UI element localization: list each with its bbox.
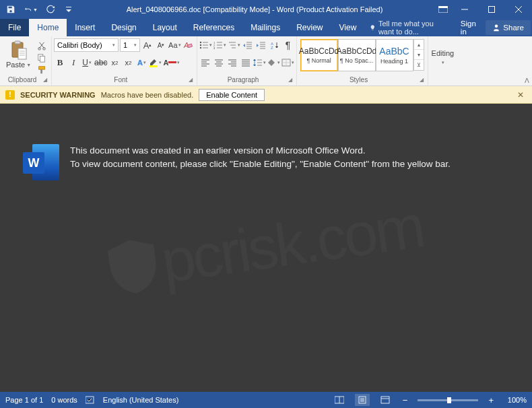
tab-insert[interactable]: Insert bbox=[67, 19, 103, 36]
tab-layout[interactable]: Layout bbox=[145, 19, 185, 36]
zoom-level[interactable]: 100% bbox=[504, 396, 527, 404]
status-words[interactable]: 0 words bbox=[51, 396, 77, 404]
font-size-select[interactable]: 1▾ bbox=[120, 38, 140, 52]
clear-formatting-button[interactable]: A bbox=[182, 38, 195, 52]
increase-indent-button[interactable] bbox=[255, 38, 267, 52]
web-layout-icon bbox=[380, 396, 390, 404]
redo-button[interactable] bbox=[44, 3, 58, 16]
tab-review[interactable]: Review bbox=[288, 19, 331, 36]
superscript-button[interactable]: x2 bbox=[122, 56, 134, 69]
highlight-button[interactable]: ▾ bbox=[149, 56, 162, 69]
font-dialog-launcher[interactable]: ◢ bbox=[189, 77, 194, 83]
numbering-button[interactable]: 123▾ bbox=[213, 38, 226, 52]
share-icon bbox=[492, 24, 500, 32]
tab-references[interactable]: References bbox=[185, 19, 242, 36]
editing-button[interactable]: Editing▾ bbox=[432, 49, 455, 65]
zoom-out-button[interactable]: − bbox=[401, 395, 410, 405]
style-normal[interactable]: AaBbCcDd¶ Normal bbox=[300, 39, 338, 71]
shrink-font-button[interactable]: A▾ bbox=[155, 38, 167, 52]
cut-icon bbox=[37, 41, 46, 50]
copy-button[interactable] bbox=[36, 53, 48, 63]
font-name-select[interactable]: Calibri (Body)▾ bbox=[54, 38, 119, 52]
security-message: Macros have been disabled. bbox=[101, 91, 194, 99]
align-right-button[interactable] bbox=[226, 56, 238, 69]
document-area[interactable]: pcrisk.com W This document was created i… bbox=[0, 104, 532, 392]
svg-text:Z: Z bbox=[271, 46, 273, 49]
style-heading-1[interactable]: AaBbCHeading 1 bbox=[376, 39, 413, 71]
view-web-layout-button[interactable] bbox=[378, 394, 393, 406]
tell-me-input[interactable]: Tell me what you want to do... bbox=[364, 19, 454, 36]
italic-button[interactable]: I bbox=[67, 56, 79, 69]
align-center-button[interactable] bbox=[213, 56, 225, 69]
close-button[interactable] bbox=[505, 0, 532, 19]
bold-button[interactable]: B bbox=[54, 56, 66, 69]
svg-rect-2 bbox=[489, 7, 495, 13]
svg-rect-4 bbox=[15, 41, 20, 44]
format-painter-icon bbox=[37, 65, 46, 75]
styles-scroll-down[interactable]: ▾ bbox=[414, 50, 424, 60]
cut-button[interactable] bbox=[36, 40, 48, 51]
ribbon: Paste▼ Clipboard◢ Calibri (Body)▾ 1▾ A▴ … bbox=[0, 36, 532, 86]
enable-content-button[interactable]: Enable Content bbox=[199, 89, 265, 101]
ribbon-group-styles: AaBbCcDd¶ Normal AaBbCcDd¶ No Spac... Aa… bbox=[297, 36, 428, 86]
tab-mailings[interactable]: Mailings bbox=[242, 19, 288, 36]
line-spacing-icon bbox=[253, 59, 263, 67]
tab-view[interactable]: View bbox=[331, 19, 365, 36]
style-no-spacing[interactable]: AaBbCcDd¶ No Spac... bbox=[338, 39, 376, 71]
styles-dialog-launcher[interactable]: ◢ bbox=[420, 77, 425, 83]
zoom-slider[interactable] bbox=[418, 399, 478, 401]
styles-scroll-up[interactable]: ▴ bbox=[414, 40, 424, 50]
sort-button[interactable]: AZ bbox=[269, 38, 281, 52]
zoom-in-button[interactable]: + bbox=[486, 395, 496, 405]
ribbon-display-options-button[interactable] bbox=[435, 0, 451, 19]
format-painter-button[interactable] bbox=[36, 65, 48, 75]
shading-button[interactable]: ▾ bbox=[267, 56, 280, 69]
security-close-button[interactable]: ✕ bbox=[514, 90, 527, 100]
sign-in-button[interactable]: Sign in bbox=[454, 19, 484, 36]
align-left-icon bbox=[201, 59, 210, 67]
ribbon-group-font: Calibri (Body)▾ 1▾ A▴ A▾ Aa▾ A B I U▾ ab… bbox=[52, 36, 197, 86]
maximize-button[interactable] bbox=[478, 0, 505, 19]
tab-file[interactable]: File bbox=[0, 19, 29, 36]
minimize-button[interactable] bbox=[451, 0, 478, 19]
align-left-button[interactable] bbox=[199, 56, 211, 69]
status-spellcheck[interactable] bbox=[86, 396, 95, 404]
share-button[interactable]: Share bbox=[486, 20, 531, 35]
line-spacing-button[interactable]: ▾ bbox=[253, 56, 266, 69]
ribbon-tabs: File Home Insert Design Layout Reference… bbox=[0, 19, 532, 36]
clipboard-dialog-launcher[interactable]: ◢ bbox=[43, 77, 48, 83]
justify-button[interactable] bbox=[240, 56, 252, 69]
group-label-paragraph: Paragraph bbox=[200, 76, 287, 83]
view-read-mode-button[interactable] bbox=[332, 394, 347, 406]
status-language[interactable]: English (United States) bbox=[103, 396, 179, 404]
bullets-icon bbox=[199, 41, 209, 49]
qat-customize-button[interactable] bbox=[65, 3, 73, 16]
font-color-button[interactable]: A▾ bbox=[163, 56, 180, 69]
borders-button[interactable]: ▾ bbox=[281, 56, 294, 69]
text-effects-button[interactable]: A▾ bbox=[135, 56, 147, 69]
collapse-ribbon-button[interactable]: ᐱ bbox=[525, 77, 529, 84]
bullets-button[interactable]: ▾ bbox=[199, 38, 212, 52]
tab-design[interactable]: Design bbox=[103, 19, 144, 36]
grow-font-button[interactable]: A▴ bbox=[141, 38, 154, 52]
ribbon-group-paragraph: ▾ 123▾ ▾ AZ ¶ ▾ ▾ ▾ Paragraph◢ bbox=[197, 36, 297, 86]
view-print-layout-button[interactable] bbox=[355, 394, 370, 406]
underline-button[interactable]: U▾ bbox=[81, 56, 93, 69]
decrease-indent-button[interactable] bbox=[242, 38, 254, 52]
change-case-button[interactable]: Aa▾ bbox=[168, 38, 180, 52]
titlebar: ▼ Alert_0408006966.doc [Compatibility Mo… bbox=[0, 0, 532, 19]
svg-point-15 bbox=[199, 44, 201, 46]
tab-home[interactable]: Home bbox=[29, 19, 67, 36]
undo-button[interactable]: ▼ bbox=[24, 3, 38, 16]
multilevel-list-button[interactable]: ▾ bbox=[228, 38, 240, 52]
strikethrough-button[interactable]: abc bbox=[94, 56, 107, 69]
show-hide-button[interactable]: ¶ bbox=[282, 38, 294, 52]
save-button[interactable] bbox=[4, 3, 18, 16]
status-page[interactable]: Page 1 of 1 bbox=[5, 396, 43, 404]
styles-expand[interactable]: ⊻ bbox=[414, 60, 424, 70]
security-warning-bar: ! SECURITY WARNING Macros have been disa… bbox=[0, 86, 532, 104]
paragraph-dialog-launcher[interactable]: ◢ bbox=[288, 77, 294, 83]
paste-button[interactable]: Paste▼ bbox=[3, 39, 34, 70]
subscript-button[interactable]: x2 bbox=[108, 56, 121, 69]
svg-rect-9 bbox=[40, 56, 44, 62]
